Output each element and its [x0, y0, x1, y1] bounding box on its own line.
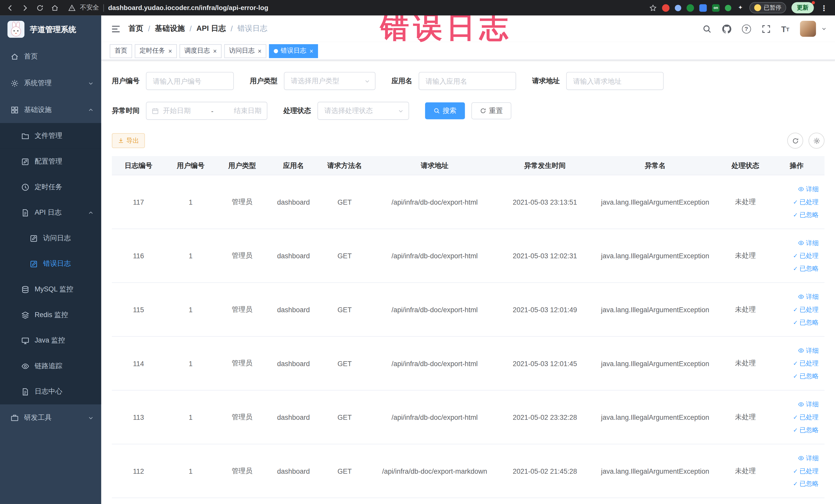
close-icon[interactable]: ×: [213, 48, 217, 54]
process-status-label: 处理状态: [283, 106, 311, 116]
browser-home-icon[interactable]: [51, 4, 59, 12]
user-type-select[interactable]: 请选择用户类型: [284, 72, 375, 90]
column-settings-button[interactable]: [809, 133, 824, 149]
help-icon[interactable]: ?: [742, 24, 751, 33]
mark-processed-link[interactable]: ✓已处理: [793, 198, 819, 206]
mark-ignored-link[interactable]: ✓已忽略: [793, 264, 819, 273]
export-button-label: 导出: [126, 136, 139, 145]
extension-icon[interactable]: on: [712, 4, 719, 12]
breadcrumb-infra[interactable]: 基础设施: [155, 24, 185, 33]
breadcrumb-api-log[interactable]: API 日志: [196, 24, 226, 33]
extension-icon[interactable]: [687, 4, 694, 12]
cell-app-name: dashboard: [268, 305, 319, 314]
export-button[interactable]: 导出: [112, 133, 145, 148]
tab-home[interactable]: 首页: [109, 44, 132, 58]
sidebar-item-scheduled-job[interactable]: 定时任务: [0, 174, 101, 200]
mark-processed-link[interactable]: ✓已处理: [793, 305, 819, 314]
reset-button[interactable]: 重置: [471, 102, 511, 119]
back-icon[interactable]: [6, 4, 14, 12]
sidebar-item-config-manage[interactable]: 配置管理: [0, 149, 101, 174]
cell-actions: 详细 ✓已处理 ✓已忽略: [771, 292, 822, 327]
mark-ignored-link[interactable]: ✓已忽略: [793, 318, 819, 327]
close-icon[interactable]: ×: [309, 48, 313, 54]
extension-icon[interactable]: ✦: [737, 4, 744, 12]
close-icon[interactable]: ×: [258, 48, 262, 54]
extension-icon[interactable]: [662, 4, 669, 12]
avatar-caret-icon[interactable]: [821, 26, 827, 32]
sidebar-item-dev-tools[interactable]: 研发工具: [0, 404, 101, 431]
sidebar-item-label: 首页: [24, 52, 38, 61]
mark-processed-link[interactable]: ✓已处理: [793, 466, 819, 476]
fullscreen-icon[interactable]: [761, 24, 771, 33]
detail-link[interactable]: 详细: [798, 185, 819, 194]
sidebar-item-system[interactable]: 系统管理: [0, 70, 101, 97]
update-button[interactable]: 更新: [791, 2, 814, 13]
cell-user-type: 管理员: [216, 251, 268, 260]
mark-processed-link[interactable]: ✓已处理: [793, 359, 819, 368]
cell-user-type: 管理员: [216, 358, 268, 368]
mark-ignored-link[interactable]: ✓已忽略: [793, 425, 819, 435]
date-range-picker[interactable]: 开始日期 - 结束日期: [146, 102, 267, 120]
address-bar-url[interactable]: dashboard.yudao.iocoder.cn/infra/log/api…: [108, 4, 268, 12]
close-icon[interactable]: ×: [168, 48, 172, 54]
sidebar-item-mysql-monitor[interactable]: MySQL 监控: [0, 277, 101, 302]
app-name-input[interactable]: [419, 72, 516, 90]
sidebar-item-java-monitor[interactable]: Java 监控: [0, 328, 101, 353]
sidebar-item-trace[interactable]: 链路追踪: [0, 353, 101, 379]
sidebar-item-label: 定时任务: [35, 182, 62, 192]
tab-dispatch-log[interactable]: 调度日志×: [179, 44, 222, 58]
breadcrumb-home[interactable]: 首页: [128, 24, 143, 33]
sidebar-item-redis-monitor[interactable]: Redis 监控: [0, 302, 101, 328]
reload-icon[interactable]: [36, 4, 44, 12]
refresh-table-button[interactable]: [787, 133, 803, 149]
sidebar-item-access-log[interactable]: 访问日志: [0, 225, 101, 251]
cell-app-name: dashboard: [268, 251, 319, 260]
tab-access-log[interactable]: 访问日志×: [224, 44, 266, 58]
sidebar-item-label: 基础设施: [24, 105, 52, 115]
page-content: 用户编号 用户类型 请选择用户类型 应用名 请求地址: [101, 72, 835, 498]
detail-link[interactable]: 详细: [798, 346, 819, 355]
cell-process-status: 未处理: [719, 412, 771, 422]
paused-badge[interactable]: 已暂停: [750, 2, 786, 13]
mark-processed-link[interactable]: ✓已处理: [793, 251, 819, 260]
not-secure-warning-icon[interactable]: [68, 4, 76, 12]
user-avatar[interactable]: [800, 21, 816, 37]
hamburger-icon[interactable]: [111, 24, 121, 34]
process-status-select[interactable]: 请选择处理状态: [318, 102, 409, 120]
sidebar-item-infra[interactable]: 基础设施: [0, 97, 101, 123]
sidebar-item-label: Redis 监控: [35, 310, 68, 320]
mark-ignored-link[interactable]: ✓已忽略: [793, 479, 819, 488]
sidebar-item-error-log[interactable]: 错误日志: [0, 251, 101, 277]
tab-scheduled-job[interactable]: 定时任务×: [135, 44, 177, 58]
cell-exception-name: java.lang.IllegalArgumentException: [591, 467, 719, 475]
sidebar-item-label: 系统管理: [24, 78, 52, 88]
user-id-input[interactable]: [146, 72, 234, 90]
sidebar-item-home[interactable]: 首页: [0, 43, 101, 70]
extension-icon[interactable]: [699, 4, 707, 12]
detail-link[interactable]: 详细: [798, 239, 819, 247]
detail-link[interactable]: 详细: [798, 400, 819, 409]
github-icon[interactable]: [722, 24, 731, 33]
extension-icon[interactable]: [725, 5, 731, 11]
cell-actions: 详细 ✓已处理 ✓已忽略: [771, 239, 822, 273]
extension-icon[interactable]: [675, 5, 681, 11]
browser-menu-icon[interactable]: ⋮: [819, 3, 829, 12]
font-size-icon[interactable]: TT: [781, 25, 789, 33]
sidebar-item-file-manage[interactable]: 文件管理: [0, 123, 101, 149]
search-button[interactable]: 搜索: [425, 102, 465, 119]
detail-link[interactable]: 详细: [798, 292, 819, 301]
mark-ignored-link[interactable]: ✓已忽略: [793, 371, 819, 381]
request-url-input[interactable]: [566, 72, 664, 90]
sidebar-item-log-center[interactable]: 日志中心: [0, 379, 101, 404]
detail-link[interactable]: 详细: [798, 454, 819, 463]
mark-ignored-link[interactable]: ✓已忽略: [793, 210, 819, 219]
mark-processed-link[interactable]: ✓已处理: [793, 412, 819, 422]
not-secure-label[interactable]: 不安全: [80, 3, 99, 12]
bookmark-star-icon[interactable]: [649, 4, 657, 12]
search-icon[interactable]: [702, 24, 711, 33]
forward-icon[interactable]: [21, 4, 29, 12]
app-logo[interactable]: 芋道管理系统: [0, 15, 101, 43]
sidebar-item-api-log[interactable]: API 日志: [0, 200, 101, 225]
tab-error-log[interactable]: 错误日志×: [269, 44, 318, 58]
cell-request-url: /api/infra/db-doc/export-html: [370, 251, 499, 260]
